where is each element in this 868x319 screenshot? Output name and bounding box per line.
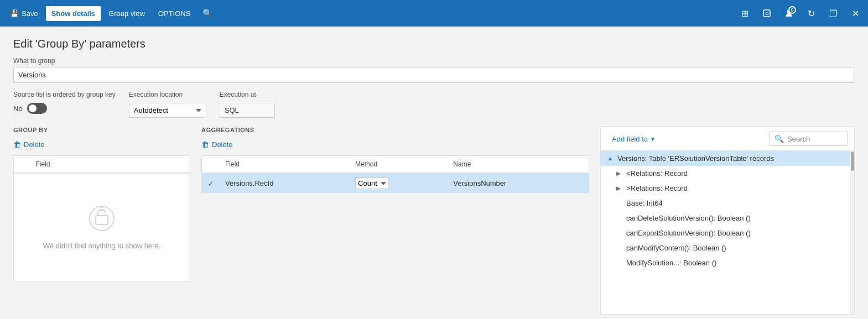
tree-label-versions: Versions: Table 'ERSolutionVersionTable'… xyxy=(617,154,848,163)
no-label: No xyxy=(13,104,23,113)
scrollbar-thumb[interactable] xyxy=(851,151,854,171)
right-panel-header: Add field to ▼ 🔍 xyxy=(601,127,854,151)
empty-icon xyxy=(88,205,116,237)
group-view-button[interactable]: Group view xyxy=(103,6,150,21)
svg-point-5 xyxy=(101,209,103,211)
tree-arrow-relations-right: ▶ xyxy=(616,185,623,191)
agg-field-header: Field xyxy=(220,156,350,174)
right-panel: Add field to ▼ 🔍 ▲ Versions: Table 'ERSo… xyxy=(600,127,855,315)
tree-item-can-delete[interactable]: canDeleteSolutionVersion(): Boolean () xyxy=(601,211,854,226)
source-ordered-field: Source list is ordered by group key No xyxy=(13,91,116,114)
search-icon: 🔍 xyxy=(775,134,784,143)
restore-icon-button[interactable]: ❐ xyxy=(825,5,841,22)
tree-item-versions[interactable]: ▲ Versions: Table 'ERSolutionVersionTabl… xyxy=(601,151,854,166)
toggle-switch[interactable] xyxy=(27,103,47,114)
execution-at-label: Execution at xyxy=(220,91,275,98)
method-dropdown[interactable]: Count Sum Avg Min Max xyxy=(355,177,389,189)
group-by-delete-label: Delete xyxy=(24,140,45,149)
content-area: Edit 'Group By' parameters What to group… xyxy=(0,27,868,319)
save-label: Save xyxy=(22,9,38,18)
what-to-group-label: What to group xyxy=(13,57,855,65)
svg-rect-4 xyxy=(96,216,108,224)
execution-at-value: SQL xyxy=(220,103,275,118)
search-input[interactable] xyxy=(787,135,843,143)
group-by-section: GROUP BY 🗑 Delete Field xyxy=(13,127,190,315)
group-view-label: Group view xyxy=(108,9,145,18)
group-by-field-header: Field xyxy=(30,156,190,174)
tree-label-can-modify: canModifyContent(): Boolean () xyxy=(626,244,848,252)
toggle-wrap: No xyxy=(13,103,116,114)
tree-item-can-export[interactable]: canExportSolutionVersion(): Boolean () xyxy=(601,226,854,240)
badge-count: 0 xyxy=(788,6,796,14)
title-search-icon[interactable]: 🔍 xyxy=(202,8,213,18)
show-details-button[interactable]: Show details xyxy=(46,6,101,21)
agg-delete-label: Delete xyxy=(212,140,233,149)
title-bar-right: ⊞ O 0 ↻ ❐ ✕ xyxy=(736,5,864,22)
agg-check-cell: ✓ xyxy=(202,173,220,194)
save-button[interactable]: 💾 Save xyxy=(4,6,44,21)
save-icon: 💾 xyxy=(10,9,19,18)
tree-panel: ▲ Versions: Table 'ERSolutionVersionTabl… xyxy=(601,151,854,314)
toggle-slider xyxy=(27,103,47,114)
tree-label-relations-right: >Relations: Record xyxy=(626,184,848,192)
aggregations-delete-button[interactable]: 🗑 Delete xyxy=(201,138,233,151)
aggregations-title: AGGREGATIONS xyxy=(201,127,589,133)
group-by-table: Field xyxy=(13,155,190,281)
aggregations-table: Field Method Name ✓ Versions.RecId Count xyxy=(201,155,589,194)
tree-label-can-delete: canDeleteSolutionVersion(): Boolean () xyxy=(626,214,848,222)
tree-item-relations-left[interactable]: ▶ <Relations: Record xyxy=(601,166,854,181)
execution-location-label: Execution location xyxy=(129,91,206,98)
empty-state: We didn't find anything to show here. xyxy=(19,177,184,277)
tree-item-modify-solution[interactable]: ModifySolution...: Boolean () xyxy=(601,255,854,270)
show-details-label: Show details xyxy=(51,9,95,18)
options-button[interactable]: OPTIONS xyxy=(153,6,196,21)
tree-item-relations-right[interactable]: ▶ >Relations: Record xyxy=(601,181,854,196)
table-row[interactable]: ✓ Versions.RecId Count Sum Avg Min Max xyxy=(202,173,589,194)
execution-location-field: Execution location Autodetect Client Ser… xyxy=(129,91,206,118)
user-icon-button[interactable]: 0 xyxy=(781,5,797,22)
close-icon-button[interactable]: ✕ xyxy=(847,5,864,22)
agg-method-header: Method xyxy=(350,156,448,174)
tree-item-base[interactable]: Base: Int64 xyxy=(601,196,854,211)
page-title: Edit 'Group By' parameters xyxy=(13,38,855,50)
svg-text:O: O xyxy=(765,11,768,16)
source-ordered-label: Source list is ordered by group key xyxy=(13,91,116,98)
options-label: OPTIONS xyxy=(158,9,191,18)
agg-trash-icon: 🗑 xyxy=(201,140,209,149)
execution-at-field: Execution at SQL xyxy=(220,91,275,118)
tree-label-relations-left: <Relations: Record xyxy=(626,169,848,177)
group-by-empty-row: We didn't find anything to show here. xyxy=(14,173,190,281)
empty-message: We didn't find anything to show here. xyxy=(43,242,161,250)
agg-method-cell: Count Sum Avg Min Max xyxy=(350,173,448,194)
title-bar: 💾 Save Show details Group view OPTIONS 🔍… xyxy=(0,0,868,27)
add-field-chevron-icon: ▼ xyxy=(650,136,656,142)
agg-field-cell: Versions.RecId xyxy=(220,173,350,194)
grid-icon-button[interactable]: ⊞ xyxy=(736,5,753,22)
check-mark-icon: ✓ xyxy=(207,179,214,188)
search-box: 🔍 xyxy=(770,132,848,146)
scrollbar-track[interactable] xyxy=(850,150,854,314)
group-by-title: GROUP BY xyxy=(13,127,190,133)
group-by-trash-icon: 🗑 xyxy=(13,140,21,149)
tree-label-can-export: canExportSolutionVersion(): Boolean () xyxy=(626,229,848,237)
tree-label-modify-solution: ModifySolution...: Boolean () xyxy=(626,259,848,267)
inline-fields: Source list is ordered by group key No E… xyxy=(13,91,855,118)
group-by-delete-button[interactable]: 🗑 Delete xyxy=(13,138,45,151)
aggregations-section: AGGREGATIONS 🗑 Delete Field Method Name … xyxy=(201,127,589,315)
agg-name-cell: VersionsNumber xyxy=(448,173,589,194)
add-field-button[interactable]: Add field to ▼ xyxy=(607,133,660,145)
tree-item-can-modify[interactable]: canModifyContent(): Boolean () xyxy=(601,240,854,255)
add-field-label: Add field to xyxy=(612,135,648,143)
agg-name-header: Name xyxy=(448,156,589,174)
execution-location-select[interactable]: Autodetect Client Server xyxy=(129,103,206,118)
what-to-group-group: What to group xyxy=(13,57,855,83)
agg-check-header xyxy=(202,156,220,174)
what-to-group-input[interactable] xyxy=(13,67,854,83)
refresh-icon-button[interactable]: ↻ xyxy=(803,5,819,22)
main-columns: GROUP BY 🗑 Delete Field xyxy=(13,127,855,315)
tree-arrow-versions: ▲ xyxy=(607,155,614,161)
office-icon-button[interactable]: O xyxy=(758,5,775,22)
tree-arrow-relations-left: ▶ xyxy=(616,170,623,176)
group-by-check-header xyxy=(14,156,30,174)
tree-label-base: Base: Int64 xyxy=(626,199,848,207)
